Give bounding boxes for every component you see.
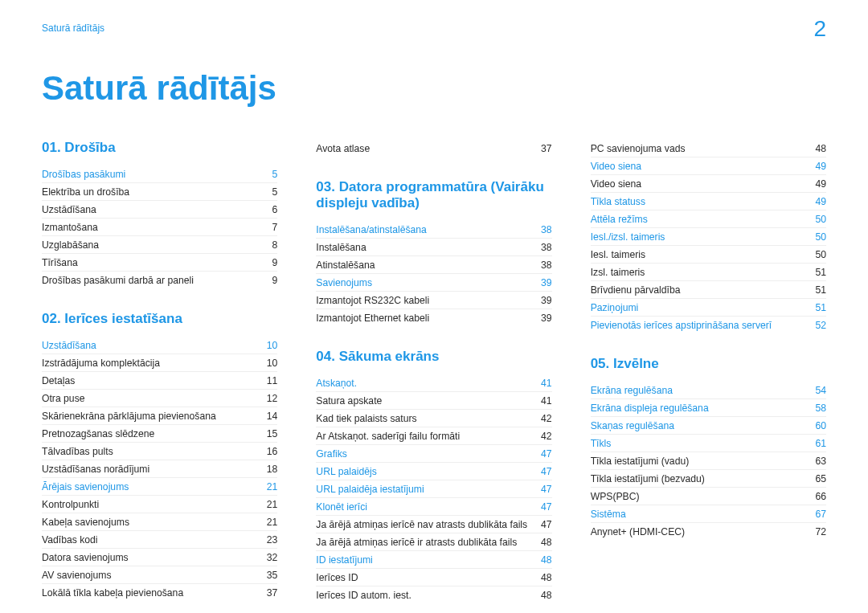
toc-entry-title: Ierīces ID [316,572,533,583]
toc-group: Ekrāna regulēšana54Ekrāna displeja regul… [591,382,826,540]
toc-entry-title: Attēla režīms [591,214,808,225]
toc-entry[interactable]: Instalēšana/atinstalēšana38 [316,221,551,239]
toc-group: Atskaņot.41Satura apskate41Kad tiek pala… [316,374,551,603]
toc-entry: WPS(PBC)66 [591,488,826,505]
toc-entry-title: Sistēma [591,509,808,520]
toc-entry[interactable]: Video siena49 [591,157,826,175]
toc-entry[interactable]: Ekrāna displeja regulēšana58 [591,399,826,417]
toc-entry-page: 67 [815,509,826,520]
toc-entry[interactable]: Skaņas regulēšana60 [591,417,826,435]
toc-entry-page: 21 [267,499,278,510]
toc-entry: Izsl. taimeris51 [591,264,826,281]
toc-entry[interactable]: Atskaņot.41 [316,374,551,392]
toc-entry-page: 54 [815,385,826,396]
toc-entry-page: 50 [815,231,826,243]
toc-entry: Avota atlase37 [316,140,551,157]
toc-entry-title: Uzstādīšana [42,340,259,351]
toc-entry[interactable]: Sistēma67 [591,505,826,523]
toc-entry-title: Klonēt ierīci [316,501,533,513]
toc-entry: Izstrādājuma komplektācija10 [42,354,277,372]
toc-entry-title: Ekrāna regulēšana [591,385,808,396]
header-breadcrumb: Saturā rādītājs [42,22,104,34]
toc-entry[interactable]: Iesl./izsl. taimeris50 [591,228,826,246]
toc-entry[interactable]: ID iestatījumi48 [316,551,551,569]
toc-entry-page: 47 [541,519,552,530]
toc-entry-title: Tīkla iestatījumi (bezvadu) [591,473,808,484]
page-header: Saturā rādītājs 2 [42,18,826,40]
toc-entry: Uzglabāšana8 [42,236,277,254]
toc-entry: Kontrolpunkti21 [42,496,277,513]
toc-entry-title: Instalēšana/atinstalēšana [316,224,533,235]
toc-entry: Anynet+ (HDMI-CEC)72 [591,523,826,540]
toc-entry-page: 8 [272,239,278,251]
toc-entry-title: Tīkla statuss [591,196,808,207]
section-heading: 05. Izvēlne [591,356,826,372]
toc-entry-page: 23 [267,534,278,546]
toc-entry[interactable]: Drošības pasākumi5 [42,166,277,183]
toc-entry[interactable]: Savienojums39 [316,274,551,292]
toc-entry-page: 37 [541,143,552,154]
toc-entry[interactable]: Attēla režīms50 [591,210,826,228]
toc-entry-page: 48 [541,572,552,583]
toc-entry[interactable]: URL palaidējs47 [316,463,551,480]
toc-entry[interactable]: Ārējais savienojums21 [42,478,277,496]
toc-entry-title: WPS(PBC) [591,491,808,502]
toc-entry-page: 12 [267,393,278,404]
document-page: Saturā rādītājs 2 Saturā rādītājs 01. Dr… [0,0,868,613]
toc-entry-title: Atinstalēšana [316,260,533,271]
toc-entry-title: Video siena [591,178,808,190]
toc-entry: Elektrība un drošība5 [42,183,277,201]
toc-entry: Ja ārējā atmiņas ierīcē ir atrasts dubli… [316,533,551,551]
toc-entry: Tīkla iestatījumi (vadu)63 [591,452,826,470]
toc-entry: Uzstādīšanas norādījumi18 [42,460,277,478]
toc-entry-title: Drošības pasākumi [42,169,264,180]
toc-entry-page: 42 [541,413,552,424]
toc-group: Uzstādīšana10Izstrādājuma komplektācija1… [42,337,277,601]
toc-entry[interactable]: URL palaidēja iestatījumi47 [316,480,551,498]
toc-entry-title: Pievienotās ierīces apstiprināšana serve… [591,320,808,331]
toc-entry: Video siena49 [591,175,826,193]
toc-entry-page: 11 [267,375,278,386]
toc-column: 01. DrošībaDrošības pasākumi5Elektrība u… [42,140,277,608]
toc-entry-page: 7 [272,222,278,233]
toc-entry-title: URL palaidēja iestatījumi [316,484,533,495]
toc-entry: Pretnozagšanas slēdzene15 [42,425,277,443]
toc-entry-title: Instalēšana [316,242,533,253]
toc-entry-page: 48 [541,554,552,566]
toc-entry[interactable]: Grafiks47 [316,445,551,463]
toc-entry-title: Elektrība un drošība [42,186,264,198]
section-heading: 02. Ierīces iestatīšana [42,311,277,327]
toc-entry-page: 38 [541,260,552,271]
toc-entry[interactable]: Klonēt ierīci47 [316,498,551,516]
toc-entry-page: 35 [267,570,278,581]
toc-entry[interactable]: Tīkls61 [591,435,826,452]
toc-entry[interactable]: Pievienotās ierīces apstiprināšana serve… [591,317,826,333]
toc-entry[interactable]: Paziņojumi51 [591,299,826,317]
toc-entry-title: Drošības pasākumi darbā ar paneli [42,275,264,286]
toc-entry-title: Savienojums [316,277,533,288]
toc-entry-page: 49 [815,161,826,172]
toc-entry[interactable]: Uzstādīšana10 [42,337,277,354]
toc-entry: Iesl. taimeris50 [591,246,826,264]
toc-entry-page: 21 [267,481,278,492]
toc-entry-title: AV savienojums [42,570,259,581]
toc-entry: Tālvadības pults16 [42,443,277,460]
section-heading: 01. Drošība [42,140,277,156]
toc-entry-page: 49 [815,196,826,207]
toc-entry-page: 47 [541,501,552,513]
toc-entry[interactable]: Tīkla statuss49 [591,193,826,210]
toc-entry: Izmantojot Ethernet kabeli39 [316,309,551,326]
toc-entry-title: Izmantojot Ethernet kabeli [316,313,533,324]
toc-entry-page: 72 [815,526,826,537]
toc-entry-title: Izstrādājuma komplektācija [42,358,259,369]
section-heading: 04. Sākuma ekrāns [316,349,551,365]
toc-entry-title: Ja ārējā atmiņas ierīcē nav atrasts dubl… [316,519,533,530]
toc-entry: Ar Atskaņot. saderīgi failu formāti42 [316,427,551,445]
toc-entry-page: 50 [815,249,826,260]
toc-entry-title: URL palaidējs [316,466,533,477]
toc-entry-title: Datora savienojums [42,552,259,563]
toc-entry: Ierīces ID autom. iest.48 [316,586,551,603]
toc-entry[interactable]: Ekrāna regulēšana54 [591,382,826,399]
toc-entry-title: Paziņojumi [591,302,808,313]
toc-entry-page: 47 [541,448,552,460]
